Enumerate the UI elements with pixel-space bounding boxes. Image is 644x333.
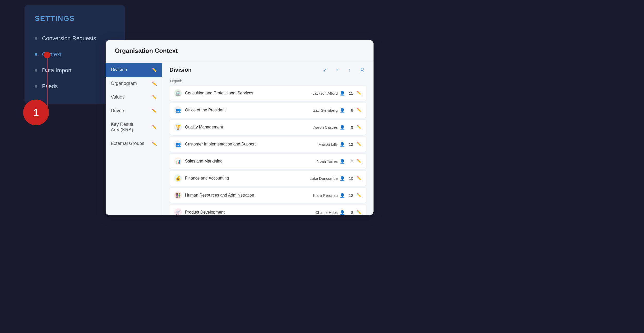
content-title: Division	[170, 67, 192, 73]
division-icon: 👥	[174, 106, 182, 114]
sub-nav-values[interactable]: Values ✏️	[106, 90, 162, 104]
row-edit-icon[interactable]: ✏️	[357, 159, 362, 164]
division-manager: Aaron Castles	[313, 125, 338, 129]
content-header: Division ⤢ + ↑	[170, 66, 366, 74]
division-icon: 🛒	[174, 208, 182, 215]
person-icon: 👤	[340, 125, 345, 130]
panel-title: Organisation Context	[115, 47, 178, 54]
division-count: 10	[348, 176, 353, 181]
section-label: Organic	[170, 79, 366, 83]
sidebar-item-label: Feeds	[42, 83, 58, 90]
sub-nav-label: Organogram	[111, 81, 137, 86]
division-count: 8	[348, 108, 353, 112]
row-edit-icon[interactable]: ✏️	[357, 108, 362, 112]
table-row: 👫 Human Resources and Administration Kia…	[170, 188, 366, 203]
edit-icon: ✏️	[152, 68, 157, 72]
division-icon: 🏆	[174, 123, 182, 131]
person-icon: 👤	[340, 176, 345, 181]
division-count: 9	[348, 125, 353, 129]
settings-title: SETTINGS	[24, 14, 125, 30]
sub-nav-division[interactable]: Division ✏️	[106, 63, 162, 77]
main-panel: Organisation Context Division ✏️ Organog…	[106, 40, 374, 215]
add-button[interactable]: +	[333, 66, 342, 74]
person-icon: 👤	[340, 91, 345, 96]
sub-nav-label: Division	[111, 67, 127, 72]
division-manager: Jackson Afford	[312, 91, 338, 95]
division-manager: Mason Lilly	[318, 142, 338, 147]
division-name: Consulting and Professional Services	[185, 91, 312, 95]
bullet-icon	[35, 69, 37, 72]
sub-nav-label: Values	[111, 94, 125, 100]
division-icon: 📊	[174, 157, 182, 165]
division-name: Office of the President	[185, 108, 313, 112]
table-row: 📊 Sales and Marketing Noah Torres 👤 7 ✏️	[170, 154, 366, 169]
table-row: 🏢 Consulting and Professional Services J…	[170, 86, 366, 101]
division-name: Quality Management	[185, 125, 313, 129]
bullet-active-icon	[35, 53, 37, 56]
table-row: 🛒 Product Development Charlie Hook 👤 8 ✏…	[170, 205, 366, 215]
edit-icon: ✏️	[152, 81, 157, 86]
upload-button[interactable]: ↑	[345, 66, 354, 74]
division-name: Finance and Accounting	[185, 176, 310, 181]
division-icon: 👥	[174, 140, 182, 148]
row-edit-icon[interactable]: ✏️	[357, 176, 362, 181]
person-icon: 👤	[340, 193, 345, 198]
expand-button[interactable]: ⤢	[320, 66, 329, 74]
sub-nav: Division ✏️ Organogram ✏️ Values ✏️ Driv…	[106, 60, 162, 215]
division-icon: 💰	[174, 174, 182, 182]
user-settings-button[interactable]	[358, 66, 366, 74]
division-count: 12	[348, 193, 353, 198]
division-count: 8	[348, 210, 353, 215]
person-icon: 👤	[340, 142, 345, 147]
division-manager: Noah Torres	[317, 159, 338, 164]
division-name: Customer Implementation and Support	[185, 142, 318, 147]
division-name: Product Development	[185, 210, 315, 215]
edit-icon: ✏️	[152, 95, 157, 100]
row-edit-icon[interactable]: ✏️	[357, 91, 362, 95]
panel-body: Division ✏️ Organogram ✏️ Values ✏️ Driv…	[106, 60, 374, 215]
sidebar-item-label: Data Import	[42, 67, 72, 74]
edit-icon: ✏️	[152, 109, 157, 113]
division-count: 12	[348, 142, 353, 147]
division-manager: Luke Duncombe	[310, 176, 338, 181]
table-row: 👥 Office of the President Zac Sternberg …	[170, 103, 366, 118]
division-icon: 🏢	[174, 89, 182, 97]
person-icon: 👤	[340, 210, 345, 215]
division-name: Human Resources and Administration	[185, 193, 313, 198]
sub-nav-label: External Groups	[111, 141, 144, 146]
division-manager: Kiara Perdriau	[313, 193, 338, 198]
division-list: 🏢 Consulting and Professional Services J…	[170, 86, 366, 215]
sub-nav-organogram[interactable]: Organogram ✏️	[106, 77, 162, 90]
person-icon: 👤	[340, 108, 345, 113]
sub-nav-label: Key Result Area(KRA)	[111, 122, 152, 133]
sidebar-item-label: Conversion Requests	[42, 35, 96, 42]
edit-icon: ✏️	[152, 125, 157, 129]
table-row: 🏆 Quality Management Aaron Castles 👤 9 ✏…	[170, 120, 366, 135]
table-row: 💰 Finance and Accounting Luke Duncombe 👤…	[170, 171, 366, 186]
row-edit-icon[interactable]: ✏️	[357, 210, 362, 215]
division-name: Sales and Marketing	[185, 159, 317, 164]
sub-nav-kra[interactable]: Key Result Area(KRA) ✏️	[106, 118, 162, 137]
division-count: 7	[348, 159, 353, 164]
division-icon: 👫	[174, 191, 182, 199]
row-edit-icon[interactable]: ✏️	[357, 125, 362, 129]
annotation-line	[47, 54, 48, 111]
person-icon: 👤	[340, 159, 345, 164]
table-row: 👥 Customer Implementation and Support Ma…	[170, 137, 366, 152]
division-manager: Charlie Hook	[315, 210, 338, 215]
header-actions: ⤢ + ↑	[320, 66, 366, 74]
bullet-icon	[35, 37, 37, 40]
sub-nav-external-groups[interactable]: External Groups ✏️	[106, 137, 162, 150]
sub-nav-drivers[interactable]: Drivers ✏️	[106, 104, 162, 118]
edit-icon: ✏️	[152, 141, 157, 146]
row-edit-icon[interactable]: ✏️	[357, 142, 362, 147]
division-manager: Zac Sternberg	[313, 108, 338, 112]
bullet-icon	[35, 85, 37, 88]
sub-nav-label: Drivers	[111, 108, 125, 113]
panel-header: Organisation Context	[106, 40, 374, 60]
division-count: 11	[348, 91, 353, 95]
row-edit-icon[interactable]: ✏️	[357, 193, 362, 198]
content-area: Division ⤢ + ↑ Organic	[162, 60, 374, 215]
annotation-number: 1	[23, 100, 49, 125]
